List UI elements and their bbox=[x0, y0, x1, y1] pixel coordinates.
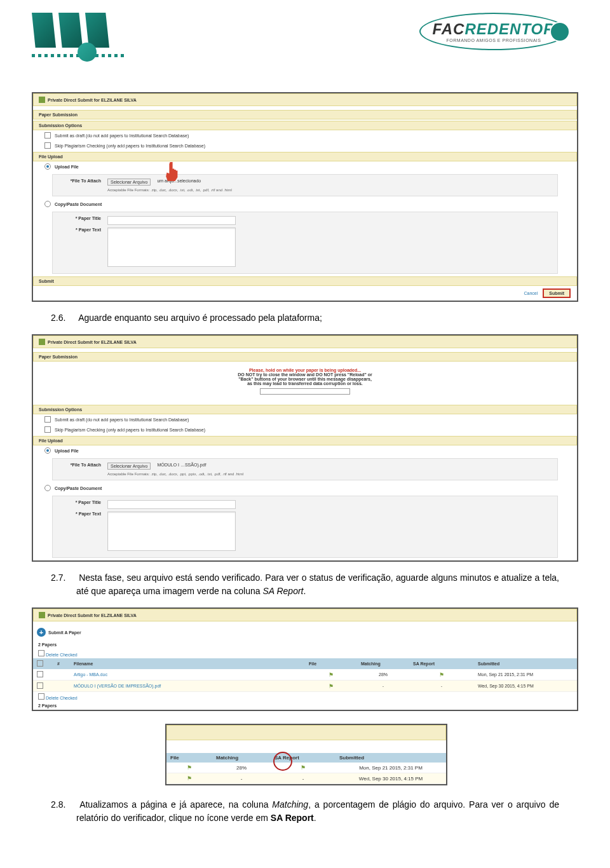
section-file-upload: File Upload bbox=[33, 436, 577, 445]
checkbox-icon[interactable] bbox=[44, 426, 51, 433]
screenshot-papers-list: Private Direct Submit for ELZILANE SILVA… bbox=[32, 607, 578, 711]
upload-block: *File To Attach Selecionar Arquivo um ar… bbox=[52, 174, 558, 196]
paper-text-label: * Paper Text bbox=[57, 227, 101, 232]
radio-icon[interactable] bbox=[44, 201, 51, 207]
plus-icon: + bbox=[37, 628, 46, 637]
option-draft-label: Submit as draft (do not add papers to In… bbox=[55, 417, 189, 422]
step-italic1: Matching bbox=[272, 799, 308, 810]
option-skip-plagiarism[interactable]: Skip Plagiarism Checking (only add paper… bbox=[33, 140, 577, 151]
ead-letter-e bbox=[32, 13, 56, 48]
copy-paste-label: Copy/Paste Document bbox=[55, 202, 102, 207]
upload-warning-3: as this may lead to transferred data cor… bbox=[247, 381, 363, 386]
screenshot-zoomed-table: File Matching SA Report Submitted ⚑ 28% … bbox=[165, 724, 447, 785]
step-body: Nesta fase, seu arquivo está sendo verif… bbox=[76, 573, 559, 596]
submit-paper-button[interactable]: + Submit A Paper bbox=[37, 628, 81, 637]
upload-message: Please, hold on while your paper is bein… bbox=[33, 362, 577, 403]
step-after: . bbox=[303, 586, 306, 596]
matching-value: 28% bbox=[212, 763, 271, 773]
delete-checked-link[interactable]: Delete Checked bbox=[46, 696, 78, 700]
section-submission-options: Submission Options bbox=[33, 121, 577, 130]
file-icon[interactable]: ⚑ bbox=[187, 764, 192, 771]
checkbox-icon[interactable] bbox=[44, 416, 51, 423]
step-26-text: 2.6. Aguarde enquanto seu arquivo é proc… bbox=[76, 311, 559, 325]
row-checkbox[interactable] bbox=[37, 682, 43, 689]
file-icon[interactable]: ⚑ bbox=[187, 775, 192, 782]
option-skip-label: Skip Plagiarism Checking (only add paper… bbox=[55, 144, 205, 148]
ead-letter-a bbox=[58, 13, 83, 48]
option-draft[interactable]: Submit as draft (do not add papers to In… bbox=[33, 414, 577, 424]
option-skip-label: Skip Plagiarism Checking (only add paper… bbox=[55, 428, 205, 432]
copy-paste-option[interactable]: Copy/Paste Document bbox=[33, 199, 577, 209]
step-bold: SA Report bbox=[271, 813, 314, 823]
filename-link[interactable]: Artigo - MBA.doc bbox=[74, 672, 107, 677]
table-row: ⚑ - - Wed, Sep 30 2015, 4:15 PM bbox=[166, 773, 446, 784]
step-body: Aguarde enquanto seu arquivo é processad… bbox=[78, 313, 322, 323]
table-header-row: File Matching SA Report Submitted bbox=[166, 753, 446, 763]
col-submitted: Submitted bbox=[336, 753, 446, 763]
paper-title-input[interactable] bbox=[107, 216, 236, 225]
file-formats-text: Acceptable File Formats: .zip, .doc, .do… bbox=[107, 472, 553, 476]
panel-title: Private Direct Submit for ELZILANE SILVA bbox=[33, 609, 577, 621]
option-draft-label: Submit as draft (do not add papers to In… bbox=[55, 133, 189, 138]
paper-text-input[interactable] bbox=[107, 512, 236, 551]
red-circle-highlight bbox=[273, 752, 292, 771]
step-body1: Atualizamos a página e já aparece, na co… bbox=[79, 799, 272, 810]
filename-link[interactable]: MÓDULO I (VERSÃO DE IMPRESSÃO).pdf bbox=[74, 684, 161, 688]
option-skip-plagiarism[interactable]: Skip Plagiarism Checking (only add paper… bbox=[33, 424, 577, 435]
panel-title: Private Direct Submit for ELZILANE SILVA bbox=[33, 336, 577, 348]
sareport-value: - bbox=[409, 681, 474, 692]
submit-paper-label: Submit A Paper bbox=[48, 630, 81, 635]
panel-title-text: Private Direct Submit for ELZILANE SILVA bbox=[48, 98, 137, 102]
logo-subtitle: FORMANDO AMIGOS E PROFISSIONAIS bbox=[447, 38, 541, 43]
checkbox-icon[interactable] bbox=[38, 650, 44, 656]
col-sareport: SA Report bbox=[409, 658, 474, 669]
paper-text-input[interactable] bbox=[107, 227, 236, 267]
file-icon[interactable]: ⚑ bbox=[329, 683, 334, 689]
upload-file-label: Upload File bbox=[55, 165, 79, 169]
copy-paste-block: * Paper Title * Paper Text bbox=[52, 496, 558, 558]
checkbox-icon[interactable] bbox=[38, 693, 44, 700]
user-icon bbox=[39, 339, 45, 345]
copy-paste-option[interactable]: Copy/Paste Document bbox=[33, 483, 577, 493]
checkbox-icon[interactable] bbox=[44, 132, 51, 139]
paper-text-label: * Paper Text bbox=[57, 512, 101, 516]
step-italic: SA Report bbox=[262, 586, 303, 596]
radio-icon[interactable] bbox=[44, 163, 51, 170]
section-paper-submission: Paper Submission bbox=[33, 110, 577, 119]
papers-count-bottom: 2 Papers bbox=[33, 702, 577, 710]
step-body3: . bbox=[314, 813, 316, 823]
delete-checked-link[interactable]: Delete Checked bbox=[46, 653, 78, 657]
upload-file-option[interactable]: Upload File bbox=[33, 161, 577, 172]
submitted-value: Mon, Sep 21 2015, 2:31 PM bbox=[336, 763, 446, 773]
option-draft[interactable]: Submit as draft (do not add papers to In… bbox=[33, 130, 577, 140]
submit-button[interactable]: Submit bbox=[543, 288, 571, 298]
checkbox-icon[interactable] bbox=[44, 142, 51, 149]
upload-block: *File To Attach Selecionar Arquivo MÓDUL… bbox=[52, 458, 558, 480]
screenshot-uploading: Private Direct Submit for ELZILANE SILVA… bbox=[32, 334, 578, 562]
select-file-button[interactable]: Selecionar Arquivo bbox=[107, 463, 151, 470]
screenshot-submit-form: Private Direct Submit for ELZILANE SILVA… bbox=[32, 92, 578, 302]
matching-value: - bbox=[212, 773, 271, 784]
sareport-icon[interactable]: ⚑ bbox=[439, 672, 444, 678]
upload-file-option[interactable]: Upload File bbox=[33, 445, 577, 456]
cancel-button[interactable]: Cancel bbox=[524, 291, 538, 295]
step-number: 2.7. bbox=[51, 571, 76, 585]
step-number: 2.8. bbox=[51, 798, 76, 811]
file-icon[interactable]: ⚑ bbox=[329, 672, 334, 678]
upload-warning-1: DO NOT try to close the window and DO NO… bbox=[238, 372, 372, 377]
col-matching: Matching bbox=[357, 658, 409, 669]
radio-icon[interactable] bbox=[44, 447, 51, 454]
radio-icon[interactable] bbox=[44, 485, 51, 491]
panel-title: Private Direct Submit for ELZILANE SILVA bbox=[33, 93, 577, 106]
row-checkbox[interactable] bbox=[37, 671, 43, 677]
paper-title-label: * Paper Title bbox=[57, 500, 101, 505]
section-submit: Submit bbox=[33, 276, 577, 286]
select-file-button[interactable]: Selecionar Arquivo bbox=[107, 179, 151, 186]
section-file-upload: File Upload bbox=[33, 152, 577, 161]
sareport-icon[interactable]: ⚑ bbox=[301, 764, 306, 771]
globe-icon bbox=[78, 43, 97, 62]
col-num: # bbox=[53, 658, 70, 669]
paper-title-label: * Paper Title bbox=[57, 216, 101, 220]
checkbox-header[interactable] bbox=[37, 660, 43, 667]
paper-title-input[interactable] bbox=[107, 500, 236, 509]
